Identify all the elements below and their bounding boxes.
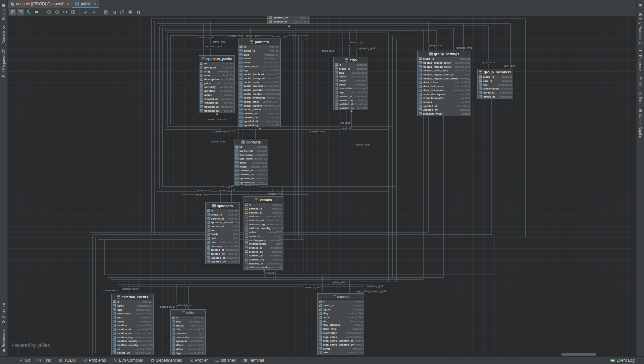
table-header[interactable]: group_settings (418, 51, 471, 57)
show-keys-button[interactable] (25, 9, 32, 15)
column-type: varchar(1024) (136, 308, 152, 311)
table-column-row: notesvarchar(4096) (234, 165, 268, 169)
editor-tab-0[interactable]: console [[PROD] Gospeak]× (7, 0, 72, 8)
tool-window-bookmarks[interactable]: Bookmarks (0, 326, 7, 355)
tool-window-commit[interactable]: Commit (0, 23, 7, 46)
tool-window-github-copilot[interactable]: GitHub Copilot (637, 106, 644, 141)
column-type: char(36) (272, 207, 282, 210)
table-node-partners[interactable]: partnersidchar(36)group_idchar(36)slugva… (238, 39, 281, 127)
edge-label: partner_id:id (210, 140, 225, 143)
table-header[interactable]: events (318, 294, 364, 300)
status-item-sbt-shell[interactable]: sbt shell (215, 358, 236, 363)
status-item-find[interactable]: Find (38, 358, 51, 363)
diagram-objects-toggle-button[interactable] (9, 9, 16, 15)
status-item-profiler[interactable]: Profiler (190, 358, 208, 363)
status-item-git[interactable]: Git (19, 358, 30, 363)
column-name: created_at (339, 95, 352, 98)
table-column-row: updated_attimestamp (238, 119, 280, 123)
table-column-row: updated_attimestamp (418, 104, 471, 108)
table-node-group_members[interactable]: group_membersgroup_idchar(36)user_idchar… (477, 69, 513, 99)
close-icon[interactable]: × (67, 2, 69, 7)
column-type: boolean (353, 327, 363, 330)
zoom-out-button[interactable] (53, 9, 61, 15)
table-column-row: address_latdouble precision (244, 219, 283, 223)
table-column-row: talksvarchar(258) (318, 351, 364, 355)
column-name: id (323, 300, 325, 303)
horizontal-scrollbar-thumb[interactable] (561, 353, 596, 356)
fit-content-button[interactable] (69, 9, 77, 15)
table-node-cfps[interactable]: cfpsidchar(36)group_idchar(36)slugvarcha… (333, 57, 368, 110)
table-header[interactable]: talks (171, 310, 205, 316)
status-item-dependencies[interactable]: Dependencies (151, 358, 182, 363)
status-item-event-log[interactable]: 9+Event Log (610, 358, 635, 363)
table-header[interactable]: venues (244, 197, 283, 203)
close-icon[interactable]: × (94, 2, 96, 7)
table-header[interactable]: group_members (478, 69, 513, 75)
todo-icon (59, 358, 63, 362)
column-list-toggle-button[interactable] (17, 9, 24, 15)
table-header[interactable]: sponsor_packs (199, 56, 234, 62)
column-name: currency (211, 245, 222, 248)
column-icon (419, 85, 422, 88)
tab-label: console [[PROD] Gospeak] (16, 2, 64, 6)
zoom-out-icon (55, 10, 59, 14)
copy-diagram-button[interactable] (102, 9, 110, 15)
table-node-contacts[interactable]: contactsidchar(36)partner_idchar(36)firs… (234, 139, 268, 185)
table-column-row: idchar(36) (112, 300, 153, 304)
tool-window-label: Project (2, 9, 6, 20)
table-header[interactable]: partners (238, 39, 280, 45)
save-diagram-button[interactable] (135, 9, 142, 15)
column-type: varchar(4096) (220, 78, 235, 81)
diagram-toolbar: 1:1 (7, 8, 637, 16)
zoom-in-button[interactable] (45, 9, 53, 15)
tool-window-structure[interactable]: Structure (0, 300, 7, 326)
merge-edges-button[interactable] (82, 9, 89, 15)
actual-size-button[interactable]: 1:1 (61, 9, 69, 15)
print-button[interactable] (126, 9, 134, 15)
table-node-talks[interactable]: talksidchar(36)slugvarchar(120)statusvar… (170, 309, 206, 355)
table-node-clipped[interactable]: updated_bychar(36)location_idvarchar(150… (267, 16, 310, 24)
column-icon (419, 108, 422, 111)
main-menu-button[interactable] (637, 1, 644, 10)
table-header[interactable]: contacts (234, 139, 268, 145)
status-item-problems[interactable]: Problems (83, 358, 106, 363)
diagram-canvas[interactable]: Powered by yFiles updated_bychar(36)loca… (7, 16, 637, 357)
column-type: varchar (461, 97, 470, 100)
column-type: timestamp (355, 83, 367, 86)
tool-window-key-promoter-x[interactable]: Key Promoter X (637, 10, 644, 47)
status-item-todo[interactable]: TODO (59, 358, 76, 363)
column-type: varchar(120) (459, 77, 471, 80)
status-item-terminal[interactable]: Terminal (243, 358, 264, 363)
column-icon (245, 266, 248, 269)
column-name: description (176, 336, 190, 339)
table-column-row: speakersvarchar(184) (171, 339, 205, 343)
table-header[interactable]: external_events (112, 294, 153, 300)
table-node-sponsor_packs[interactable]: sponsor_packsidchar(36)group_idchar(36)s… (199, 55, 235, 113)
tool-window-elm[interactable]: Elm (637, 89, 644, 106)
column-icon (172, 324, 175, 327)
open-in-new-window-button[interactable] (118, 9, 126, 15)
column-type: varchar(150) (189, 352, 204, 355)
edge-label: group_id:id (194, 193, 208, 196)
straighten-edges-button[interactable] (90, 9, 97, 15)
column-type: varchar(120) (218, 70, 233, 73)
edge-list-icon (112, 10, 116, 14)
comments-button[interactable] (33, 9, 40, 15)
tool-window-sbt[interactable]: sbt (637, 73, 644, 89)
table-node-events[interactable]: eventsidchar(36)group_idchar(36)cfp_idch… (317, 293, 364, 355)
column-icon (419, 89, 422, 92)
tool-window-database[interactable]: Database (637, 47, 644, 73)
editor-tab-1[interactable]: public× (72, 0, 99, 8)
tool-window-project[interactable]: Project (0, 1, 7, 23)
table-header[interactable]: cfps (334, 57, 368, 63)
table-node-group_settings[interactable]: group_settingsgroup_idchar(36)meetup_acc… (417, 51, 471, 116)
column-icon (239, 81, 243, 84)
column-icon (239, 100, 243, 103)
tool-window-pull-requests[interactable]: Pull Requests (0, 46, 7, 80)
table-header[interactable]: sponsors (206, 203, 239, 209)
table-node-sponsors[interactable]: sponsorsidchar(36)group_idchar(36)partne… (205, 202, 240, 264)
table-node-external_events[interactable]: external_eventsidchar(36)namevarchar(120… (111, 294, 154, 355)
status-item-elm-compiler[interactable]: Elm Compiler (113, 358, 143, 363)
edge-list-button[interactable] (110, 9, 118, 15)
table-node-venues[interactable]: venuesidchar(36)partner_idchar(36)contac… (244, 196, 283, 270)
